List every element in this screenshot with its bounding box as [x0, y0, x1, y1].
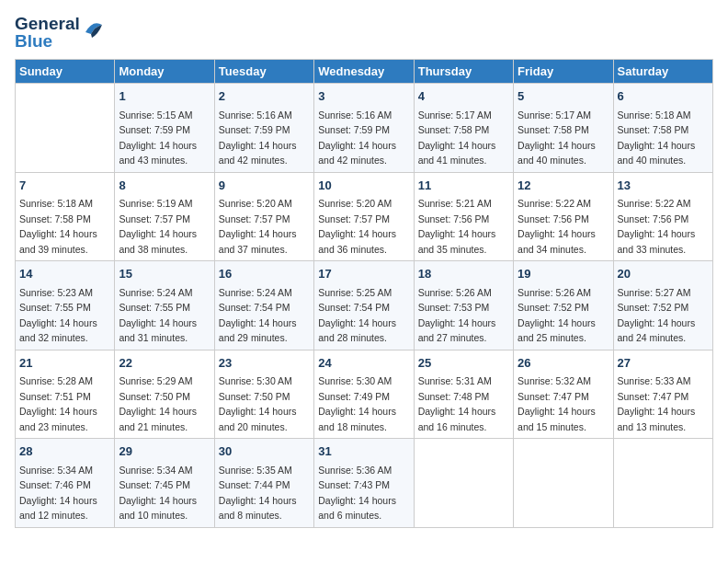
day-number: 9: [219, 177, 310, 195]
logo-wordmark: General Blue: [15, 15, 104, 50]
calendar-cell: [514, 439, 613, 528]
calendar-cell: 15 Sunrise: 5:24 AMSunset: 7:55 PMDaylig…: [115, 261, 214, 350]
calendar-cell: 11 Sunrise: 5:21 AMSunset: 7:56 PMDaylig…: [414, 172, 513, 261]
calendar-week-row: 14 Sunrise: 5:23 AMSunset: 7:55 PMDaylig…: [16, 261, 713, 350]
day-info: Sunrise: 5:20 AMSunset: 7:57 PMDaylight:…: [318, 198, 396, 255]
day-number: 18: [418, 265, 509, 283]
weekday-header: Monday: [115, 60, 214, 84]
calendar-cell: 31 Sunrise: 5:36 AMSunset: 7:43 PMDaylig…: [314, 439, 414, 528]
day-info: Sunrise: 5:26 AMSunset: 7:52 PMDaylight:…: [518, 287, 596, 344]
calendar-header-row: SundayMondayTuesdayWednesdayThursdayFrid…: [16, 60, 713, 84]
calendar-week-row: 7 Sunrise: 5:18 AMSunset: 7:58 PMDayligh…: [16, 172, 713, 261]
day-number: 25: [418, 354, 509, 373]
weekday-header: Wednesday: [314, 60, 414, 84]
day-info: Sunrise: 5:20 AMSunset: 7:57 PMDaylight:…: [219, 198, 297, 255]
day-number: 8: [119, 177, 210, 195]
calendar-cell: 3 Sunrise: 5:16 AMSunset: 7:59 PMDayligh…: [314, 84, 414, 173]
day-number: 20: [618, 265, 709, 283]
day-info: Sunrise: 5:19 AMSunset: 7:57 PMDaylight:…: [119, 198, 197, 255]
day-info: Sunrise: 5:25 AMSunset: 7:54 PMDaylight:…: [318, 287, 396, 344]
calendar-cell: 22 Sunrise: 5:29 AMSunset: 7:50 PMDaylig…: [115, 350, 214, 439]
day-number: 14: [19, 265, 110, 283]
day-info: Sunrise: 5:18 AMSunset: 7:58 PMDaylight:…: [618, 109, 696, 167]
day-number: 17: [318, 265, 409, 283]
calendar-week-row: 21 Sunrise: 5:28 AMSunset: 7:51 PMDaylig…: [16, 350, 713, 439]
day-number: 23: [219, 354, 310, 373]
calendar-cell: 27 Sunrise: 5:33 AMSunset: 7:47 PMDaylig…: [613, 350, 712, 439]
day-number: 15: [119, 265, 210, 283]
day-number: 3: [318, 87, 409, 106]
day-info: Sunrise: 5:30 AMSunset: 7:50 PMDaylight:…: [219, 375, 297, 432]
calendar-cell: [613, 439, 712, 528]
day-number: 31: [318, 442, 409, 461]
day-info: Sunrise: 5:16 AMSunset: 7:59 PMDaylight:…: [219, 109, 297, 167]
calendar-cell: 10 Sunrise: 5:20 AMSunset: 7:57 PMDaylig…: [314, 172, 414, 261]
weekday-header: Friday: [514, 60, 613, 84]
calendar-cell: 7 Sunrise: 5:18 AMSunset: 7:58 PMDayligh…: [16, 172, 115, 261]
logo-bird-icon: [84, 16, 104, 45]
day-info: Sunrise: 5:18 AMSunset: 7:58 PMDaylight:…: [19, 198, 97, 255]
day-number: 29: [119, 442, 210, 461]
day-info: Sunrise: 5:26 AMSunset: 7:53 PMDaylight:…: [418, 287, 496, 344]
day-info: Sunrise: 5:35 AMSunset: 7:44 PMDaylight:…: [219, 465, 297, 522]
calendar-cell: 20 Sunrise: 5:27 AMSunset: 7:52 PMDaylig…: [613, 261, 712, 350]
day-info: Sunrise: 5:15 AMSunset: 7:59 PMDaylight:…: [119, 109, 197, 167]
day-info: Sunrise: 5:36 AMSunset: 7:43 PMDaylight:…: [318, 465, 396, 522]
day-number: 1: [119, 87, 210, 106]
day-number: 6: [618, 87, 709, 106]
calendar-cell: [414, 439, 513, 528]
calendar-cell: 6 Sunrise: 5:18 AMSunset: 7:58 PMDayligh…: [613, 84, 712, 173]
day-number: 11: [418, 177, 509, 195]
calendar-week-row: 28 Sunrise: 5:34 AMSunset: 7:46 PMDaylig…: [16, 439, 713, 528]
day-info: Sunrise: 5:22 AMSunset: 7:56 PMDaylight:…: [618, 198, 696, 255]
day-number: 7: [19, 177, 110, 195]
day-info: Sunrise: 5:33 AMSunset: 7:47 PMDaylight:…: [618, 375, 696, 432]
day-info: Sunrise: 5:30 AMSunset: 7:49 PMDaylight:…: [318, 375, 396, 432]
weekday-header: Sunday: [16, 60, 115, 84]
calendar-cell: 4 Sunrise: 5:17 AMSunset: 7:58 PMDayligh…: [414, 84, 513, 173]
day-info: Sunrise: 5:17 AMSunset: 7:58 PMDaylight:…: [518, 109, 596, 167]
day-info: Sunrise: 5:17 AMSunset: 7:58 PMDaylight:…: [418, 109, 496, 167]
day-number: 19: [518, 265, 609, 283]
calendar-cell: 18 Sunrise: 5:26 AMSunset: 7:53 PMDaylig…: [414, 261, 513, 350]
day-number: 30: [219, 442, 310, 461]
logo: General Blue: [15, 15, 104, 50]
calendar-cell: 30 Sunrise: 5:35 AMSunset: 7:44 PMDaylig…: [214, 439, 313, 528]
calendar-cell: 12 Sunrise: 5:22 AMSunset: 7:56 PMDaylig…: [514, 172, 613, 261]
day-info: Sunrise: 5:22 AMSunset: 7:56 PMDaylight:…: [518, 198, 596, 255]
day-info: Sunrise: 5:31 AMSunset: 7:48 PMDaylight:…: [418, 375, 496, 432]
weekday-header: Tuesday: [214, 60, 313, 84]
calendar-week-row: 1 Sunrise: 5:15 AMSunset: 7:59 PMDayligh…: [16, 84, 713, 173]
day-info: Sunrise: 5:34 AMSunset: 7:46 PMDaylight:…: [19, 465, 97, 522]
calendar-cell: 24 Sunrise: 5:30 AMSunset: 7:49 PMDaylig…: [314, 350, 414, 439]
day-number: 22: [119, 354, 210, 373]
calendar-cell: 5 Sunrise: 5:17 AMSunset: 7:58 PMDayligh…: [514, 84, 613, 173]
day-number: 16: [219, 265, 310, 283]
day-number: 13: [618, 177, 709, 195]
logo-blue-text: Blue: [15, 32, 80, 50]
calendar-cell: 1 Sunrise: 5:15 AMSunset: 7:59 PMDayligh…: [115, 84, 214, 173]
day-info: Sunrise: 5:23 AMSunset: 7:55 PMDaylight:…: [19, 287, 97, 344]
calendar-table: SundayMondayTuesdayWednesdayThursdayFrid…: [15, 59, 713, 528]
day-number: 27: [618, 354, 709, 373]
calendar-cell: 29 Sunrise: 5:34 AMSunset: 7:45 PMDaylig…: [115, 439, 214, 528]
day-info: Sunrise: 5:29 AMSunset: 7:50 PMDaylight:…: [119, 375, 197, 432]
day-info: Sunrise: 5:24 AMSunset: 7:54 PMDaylight:…: [219, 287, 297, 344]
day-number: 10: [318, 177, 409, 195]
day-info: Sunrise: 5:34 AMSunset: 7:45 PMDaylight:…: [119, 465, 197, 522]
day-info: Sunrise: 5:21 AMSunset: 7:56 PMDaylight:…: [418, 198, 496, 255]
calendar-cell: [16, 84, 115, 173]
day-number: 28: [19, 442, 110, 461]
day-info: Sunrise: 5:32 AMSunset: 7:47 PMDaylight:…: [518, 375, 596, 432]
calendar-cell: 19 Sunrise: 5:26 AMSunset: 7:52 PMDaylig…: [514, 261, 613, 350]
weekday-header: Thursday: [414, 60, 513, 84]
calendar-cell: 28 Sunrise: 5:34 AMSunset: 7:46 PMDaylig…: [16, 439, 115, 528]
page-header: General Blue: [15, 15, 713, 50]
calendar-cell: 17 Sunrise: 5:25 AMSunset: 7:54 PMDaylig…: [314, 261, 414, 350]
calendar-cell: 16 Sunrise: 5:24 AMSunset: 7:54 PMDaylig…: [214, 261, 313, 350]
weekday-header: Saturday: [613, 60, 712, 84]
calendar-cell: 13 Sunrise: 5:22 AMSunset: 7:56 PMDaylig…: [613, 172, 712, 261]
day-number: 5: [518, 87, 609, 106]
calendar-cell: 25 Sunrise: 5:31 AMSunset: 7:48 PMDaylig…: [414, 350, 513, 439]
calendar-cell: 8 Sunrise: 5:19 AMSunset: 7:57 PMDayligh…: [115, 172, 214, 261]
